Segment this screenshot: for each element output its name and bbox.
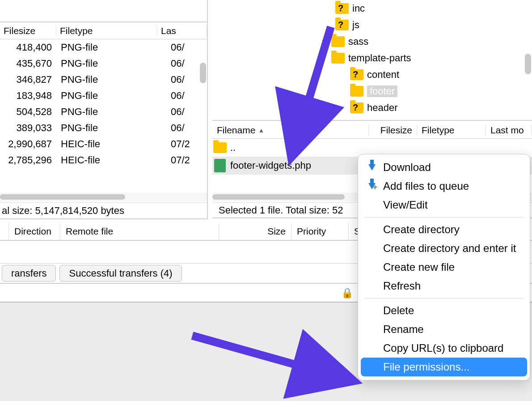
folder-icon: ? bbox=[335, 3, 349, 14]
transfer-header-direction[interactable]: Direction bbox=[9, 223, 60, 240]
menu-file-permissions[interactable]: File permissions... bbox=[361, 358, 527, 376]
local-file-row[interactable]: 2,990,687HEIC-file07/2 bbox=[0, 136, 207, 152]
remote-column-headers[interactable]: Filename ▲ Filesize Filetype Last mo bbox=[212, 122, 532, 139]
menu-create-directory[interactable]: Create directory bbox=[361, 220, 527, 239]
file-lastmod: 06/ bbox=[157, 122, 207, 134]
php-file-icon bbox=[214, 159, 226, 172]
remote-header-lastmod[interactable]: Last mo bbox=[486, 125, 532, 136]
menu-view-edit[interactable]: View/Edit bbox=[361, 196, 527, 214]
tree-label: sass bbox=[348, 36, 368, 47]
local-header-filesize[interactable]: Filesize bbox=[0, 26, 56, 36]
file-lastmod: 07/2 bbox=[157, 138, 207, 150]
local-header-lastmod[interactable]: Las bbox=[157, 26, 207, 36]
tree-item-template-parts[interactable]: ⌄template-parts bbox=[212, 50, 532, 66]
file-size: 346,827 bbox=[0, 74, 56, 85]
file-lastmod: 06/ bbox=[157, 74, 207, 85]
file-lastmod: 06/ bbox=[157, 42, 207, 53]
local-file-row[interactable]: 389,033PNG-file06/ bbox=[0, 120, 207, 136]
file-type: HEIC-file bbox=[56, 154, 157, 166]
local-file-row[interactable]: 418,400PNG-file06/ bbox=[0, 39, 207, 55]
add-to-queue-icon bbox=[366, 183, 378, 189]
tree-item-content[interactable]: ?content bbox=[212, 66, 532, 83]
lock-icon: 🔒 bbox=[341, 287, 353, 299]
tree-item-footer[interactable]: footer bbox=[212, 83, 532, 99]
tree-label: inc bbox=[352, 3, 365, 14]
tree-item-inc[interactable]: ?inc bbox=[212, 0, 532, 17]
file-name: footer-widgets.php bbox=[228, 160, 311, 171]
remote-header-filename[interactable]: Filename ▲ bbox=[212, 125, 369, 136]
menu-create-directory-enter[interactable]: Create directory and enter it bbox=[361, 239, 527, 258]
local-column-headers[interactable]: Filesize Filetype Las bbox=[0, 22, 207, 39]
tree-label: footer bbox=[367, 85, 397, 97]
sort-ascending-icon: ▲ bbox=[258, 127, 264, 134]
folder-icon: ? bbox=[350, 102, 363, 113]
file-size: 418,400 bbox=[0, 42, 56, 53]
folder-icon: ? bbox=[350, 69, 363, 80]
local-panel-top bbox=[0, 0, 207, 22]
file-name: .. bbox=[228, 142, 236, 154]
file-type: PNG-file bbox=[56, 58, 157, 69]
local-file-panel: Filesize Filetype Las 418,400PNG-file06/… bbox=[0, 0, 208, 219]
local-status-bar: al size: 5,147,814,520 bytes bbox=[0, 202, 207, 218]
folder-icon bbox=[331, 53, 345, 64]
file-lastmod: 07/2 bbox=[157, 154, 207, 166]
transfer-header-size[interactable]: Size bbox=[219, 223, 291, 240]
local-file-row[interactable]: 504,528PNG-file06/ bbox=[0, 104, 207, 120]
folder-icon bbox=[350, 86, 363, 97]
file-size: 2,785,296 bbox=[0, 154, 56, 166]
local-vertical-scrollbar[interactable] bbox=[200, 63, 206, 83]
file-size: 504,528 bbox=[0, 106, 56, 118]
file-type: PNG-file bbox=[56, 42, 157, 53]
tree-item-header[interactable]: ?header bbox=[212, 99, 532, 116]
file-size: 2,990,687 bbox=[0, 138, 56, 150]
context-menu: Download Add files to queue View/Edit Cr… bbox=[358, 154, 530, 380]
remote-header-filetype[interactable]: Filetype bbox=[417, 125, 486, 136]
local-header-filetype[interactable]: Filetype bbox=[56, 26, 157, 36]
transfer-header-remote-file[interactable]: Remote file bbox=[60, 223, 219, 240]
local-file-rows: 418,400PNG-file06/435,670PNG-file06/346,… bbox=[0, 39, 207, 168]
tree-label: template-parts bbox=[348, 52, 411, 64]
file-lastmod: 06/ bbox=[157, 106, 207, 118]
remote-header-filesize[interactable]: Filesize bbox=[369, 125, 417, 136]
menu-separator bbox=[364, 298, 524, 299]
local-file-row[interactable]: 346,827PNG-file06/ bbox=[0, 72, 207, 88]
folder-icon: ? bbox=[335, 20, 349, 30]
menu-copy-url[interactable]: Copy URL(s) to clipboard bbox=[361, 339, 527, 358]
local-horizontal-scrollbar[interactable] bbox=[0, 192, 207, 201]
local-file-row[interactable]: 2,785,296HEIC-file07/2 bbox=[0, 152, 207, 168]
transfer-header-priority[interactable]: Priority bbox=[291, 223, 349, 240]
disclosure-icon[interactable]: › bbox=[318, 37, 328, 46]
tree-label: js bbox=[352, 19, 359, 31]
menu-add-to-queue[interactable]: Add files to queue bbox=[361, 177, 527, 196]
file-type: PNG-file bbox=[56, 106, 157, 118]
local-file-row[interactable]: 435,670PNG-file06/ bbox=[0, 55, 207, 72]
menu-refresh[interactable]: Refresh bbox=[361, 277, 527, 295]
tab-failed-transfers[interactable]: ransfers bbox=[2, 265, 56, 282]
disclosure-icon[interactable]: ⌄ bbox=[318, 53, 328, 63]
folder-icon bbox=[213, 142, 227, 153]
tree-label: header bbox=[367, 102, 398, 114]
file-size: 389,033 bbox=[0, 122, 56, 134]
file-type: PNG-file bbox=[56, 90, 157, 102]
menu-separator bbox=[364, 217, 524, 218]
file-size: 435,670 bbox=[0, 58, 56, 69]
tree-label: content bbox=[367, 69, 399, 81]
file-lastmod: 06/ bbox=[157, 90, 207, 102]
menu-download[interactable]: Download bbox=[361, 158, 527, 177]
file-type: HEIC-file bbox=[56, 138, 157, 150]
menu-rename[interactable]: Rename bbox=[361, 320, 527, 339]
file-size: 183,948 bbox=[0, 90, 56, 102]
file-type: PNG-file bbox=[56, 122, 157, 134]
remote-tree-vertical-scrollbar[interactable] bbox=[525, 54, 531, 74]
remote-directory-tree: ?inc?js›sass⌄template-parts?contentfoote… bbox=[212, 0, 532, 121]
tab-successful-transfers[interactable]: Successful transfers (4) bbox=[59, 265, 182, 282]
file-type: PNG-file bbox=[56, 74, 157, 85]
download-icon bbox=[366, 164, 378, 171]
menu-create-new-file[interactable]: Create new file bbox=[361, 258, 527, 277]
file-lastmod: 06/ bbox=[157, 58, 207, 69]
local-file-row[interactable]: 183,948PNG-file06/ bbox=[0, 88, 207, 104]
tree-item-js[interactable]: ?js bbox=[212, 17, 532, 33]
menu-delete[interactable]: Delete bbox=[361, 301, 527, 320]
tree-item-sass[interactable]: ›sass bbox=[212, 33, 532, 50]
folder-icon bbox=[331, 36, 345, 47]
